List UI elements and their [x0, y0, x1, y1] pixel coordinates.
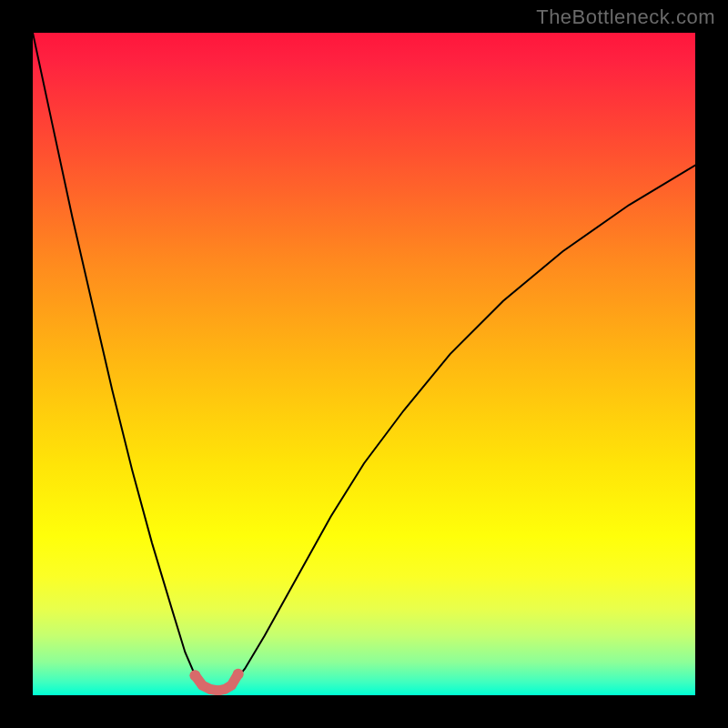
chart-container: TheBottleneck.com	[0, 0, 728, 728]
plot-area	[33, 33, 695, 695]
bead-dot	[206, 684, 215, 693]
bottleneck-curve	[33, 33, 695, 695]
watermark-text: TheBottleneck.com	[536, 5, 715, 29]
bead-dot	[227, 681, 236, 690]
bead-dot	[233, 669, 244, 680]
bead-dot	[189, 670, 200, 681]
